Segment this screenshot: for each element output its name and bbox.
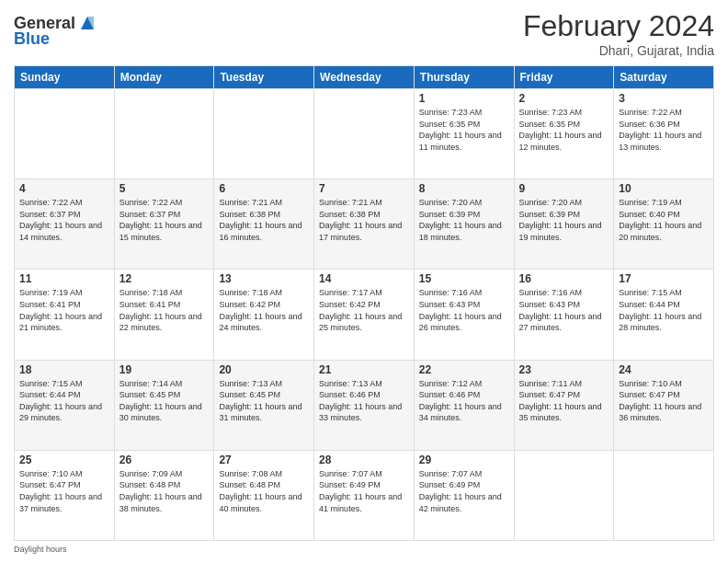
- logo-icon: [77, 13, 97, 33]
- day-info: Sunrise: 7:07 AMSunset: 6:49 PMDaylight:…: [419, 468, 509, 514]
- calendar-cell: 26Sunrise: 7:09 AMSunset: 6:48 PMDayligh…: [114, 450, 214, 540]
- day-info: Sunrise: 7:23 AMSunset: 6:35 PMDaylight:…: [519, 107, 609, 153]
- calendar-week-row: 11Sunrise: 7:19 AMSunset: 6:41 PMDayligh…: [15, 270, 714, 360]
- footer: Daylight hours: [14, 545, 714, 554]
- day-number: 22: [419, 363, 509, 376]
- calendar-cell: [614, 450, 714, 540]
- day-number: 10: [619, 182, 709, 195]
- day-number: 5: [119, 182, 210, 195]
- calendar-cell: 10Sunrise: 7:19 AMSunset: 6:40 PMDayligh…: [614, 179, 714, 270]
- day-number: 16: [519, 272, 609, 285]
- day-info: Sunrise: 7:16 AMSunset: 6:43 PMDaylight:…: [519, 287, 609, 333]
- day-number: 15: [419, 272, 509, 285]
- day-number: 1: [419, 92, 509, 105]
- calendar-cell: 12Sunrise: 7:18 AMSunset: 6:41 PMDayligh…: [114, 270, 214, 360]
- day-number: 25: [19, 454, 109, 466]
- day-number: 11: [19, 272, 109, 285]
- day-info: Sunrise: 7:19 AMSunset: 6:41 PMDaylight:…: [19, 287, 109, 333]
- col-header-friday: Friday: [514, 66, 614, 89]
- day-number: 6: [219, 182, 309, 195]
- day-number: 14: [319, 272, 409, 285]
- day-number: 18: [19, 363, 109, 376]
- calendar-cell: [514, 450, 614, 540]
- calendar-cell: 2Sunrise: 7:23 AMSunset: 6:35 PMDaylight…: [514, 89, 614, 179]
- day-info: Sunrise: 7:13 AMSunset: 6:46 PMDaylight:…: [319, 378, 409, 424]
- calendar-cell: 9Sunrise: 7:20 AMSunset: 6:39 PMDaylight…: [514, 179, 614, 270]
- day-info: Sunrise: 7:20 AMSunset: 6:39 PMDaylight:…: [419, 197, 509, 243]
- day-number: 3: [619, 92, 709, 105]
- col-header-wednesday: Wednesday: [314, 66, 415, 89]
- header: General Blue February 2024 Dhari, Gujara…: [14, 9, 714, 58]
- logo-blue-text: Blue: [14, 29, 50, 49]
- day-info: Sunrise: 7:10 AMSunset: 6:47 PMDaylight:…: [19, 468, 109, 514]
- day-info: Sunrise: 7:23 AMSunset: 6:35 PMDaylight:…: [419, 107, 509, 153]
- calendar-cell: 25Sunrise: 7:10 AMSunset: 6:47 PMDayligh…: [15, 450, 115, 540]
- day-info: Sunrise: 7:22 AMSunset: 6:37 PMDaylight:…: [19, 197, 109, 243]
- calendar-cell: [214, 89, 314, 179]
- day-info: Sunrise: 7:17 AMSunset: 6:42 PMDaylight:…: [319, 287, 409, 333]
- day-info: Sunrise: 7:20 AMSunset: 6:39 PMDaylight:…: [519, 197, 609, 243]
- calendar-cell: 11Sunrise: 7:19 AMSunset: 6:41 PMDayligh…: [15, 270, 115, 360]
- day-info: Sunrise: 7:21 AMSunset: 6:38 PMDaylight:…: [219, 197, 309, 243]
- day-info: Sunrise: 7:07 AMSunset: 6:49 PMDaylight:…: [319, 468, 409, 514]
- calendar-cell: 6Sunrise: 7:21 AMSunset: 6:38 PMDaylight…: [214, 179, 314, 270]
- day-number: 27: [219, 454, 309, 466]
- day-info: Sunrise: 7:18 AMSunset: 6:41 PMDaylight:…: [119, 287, 210, 333]
- day-info: Sunrise: 7:19 AMSunset: 6:40 PMDaylight:…: [619, 197, 709, 243]
- calendar-cell: 17Sunrise: 7:15 AMSunset: 6:44 PMDayligh…: [614, 270, 714, 360]
- calendar-week-row: 18Sunrise: 7:15 AMSunset: 6:44 PMDayligh…: [15, 360, 714, 450]
- calendar-cell: 16Sunrise: 7:16 AMSunset: 6:43 PMDayligh…: [514, 270, 614, 360]
- day-number: 13: [219, 272, 309, 285]
- day-number: 7: [319, 182, 409, 195]
- col-header-sunday: Sunday: [15, 66, 115, 89]
- col-header-thursday: Thursday: [414, 66, 514, 89]
- day-info: Sunrise: 7:18 AMSunset: 6:42 PMDaylight:…: [219, 287, 309, 333]
- calendar-header-row: SundayMondayTuesdayWednesdayThursdayFrid…: [15, 66, 714, 89]
- day-number: 21: [319, 363, 409, 376]
- calendar-week-row: 4Sunrise: 7:22 AMSunset: 6:37 PMDaylight…: [15, 179, 714, 270]
- col-header-monday: Monday: [114, 66, 214, 89]
- calendar-cell: 23Sunrise: 7:11 AMSunset: 6:47 PMDayligh…: [514, 360, 614, 450]
- col-header-saturday: Saturday: [614, 66, 714, 89]
- page: General Blue February 2024 Dhari, Gujara…: [0, 0, 728, 563]
- day-info: Sunrise: 7:14 AMSunset: 6:45 PMDaylight:…: [119, 378, 210, 424]
- daylight-label: Daylight hours: [14, 545, 67, 554]
- day-number: 9: [519, 182, 609, 195]
- calendar-cell: 1Sunrise: 7:23 AMSunset: 6:35 PMDaylight…: [414, 89, 514, 179]
- calendar-cell: [15, 89, 115, 179]
- day-info: Sunrise: 7:22 AMSunset: 6:36 PMDaylight:…: [619, 107, 709, 153]
- calendar-cell: 20Sunrise: 7:13 AMSunset: 6:45 PMDayligh…: [214, 360, 314, 450]
- calendar-week-row: 25Sunrise: 7:10 AMSunset: 6:47 PMDayligh…: [15, 450, 714, 540]
- day-number: 26: [119, 454, 210, 466]
- calendar-table: SundayMondayTuesdayWednesdayThursdayFrid…: [14, 65, 714, 541]
- calendar-cell: 29Sunrise: 7:07 AMSunset: 6:49 PMDayligh…: [414, 450, 514, 540]
- calendar-cell: 13Sunrise: 7:18 AMSunset: 6:42 PMDayligh…: [214, 270, 314, 360]
- day-number: 12: [119, 272, 210, 285]
- day-info: Sunrise: 7:22 AMSunset: 6:37 PMDaylight:…: [119, 197, 210, 243]
- day-number: 20: [219, 363, 309, 376]
- calendar-cell: [114, 89, 214, 179]
- title-area: February 2024 Dhari, Gujarat, India: [523, 9, 714, 58]
- day-number: 17: [619, 272, 709, 285]
- calendar-cell: 7Sunrise: 7:21 AMSunset: 6:38 PMDaylight…: [314, 179, 415, 270]
- day-info: Sunrise: 7:09 AMSunset: 6:48 PMDaylight:…: [119, 468, 210, 514]
- day-number: 29: [419, 454, 509, 466]
- month-year-title: February 2024: [523, 9, 714, 43]
- day-info: Sunrise: 7:13 AMSunset: 6:45 PMDaylight:…: [219, 378, 309, 424]
- day-number: 19: [119, 363, 210, 376]
- day-info: Sunrise: 7:12 AMSunset: 6:46 PMDaylight:…: [419, 378, 509, 424]
- day-info: Sunrise: 7:10 AMSunset: 6:47 PMDaylight:…: [619, 378, 709, 424]
- calendar-week-row: 1Sunrise: 7:23 AMSunset: 6:35 PMDaylight…: [15, 89, 714, 179]
- day-info: Sunrise: 7:15 AMSunset: 6:44 PMDaylight:…: [19, 378, 109, 424]
- calendar-cell: 14Sunrise: 7:17 AMSunset: 6:42 PMDayligh…: [314, 270, 415, 360]
- day-number: 2: [519, 92, 609, 105]
- day-number: 24: [619, 363, 709, 376]
- day-number: 4: [19, 182, 109, 195]
- calendar-cell: 18Sunrise: 7:15 AMSunset: 6:44 PMDayligh…: [15, 360, 115, 450]
- day-info: Sunrise: 7:16 AMSunset: 6:43 PMDaylight:…: [419, 287, 509, 333]
- calendar-cell: 4Sunrise: 7:22 AMSunset: 6:37 PMDaylight…: [15, 179, 115, 270]
- logo: General Blue: [14, 13, 97, 49]
- day-number: 28: [319, 454, 409, 466]
- calendar-cell: 22Sunrise: 7:12 AMSunset: 6:46 PMDayligh…: [414, 360, 514, 450]
- day-info: Sunrise: 7:08 AMSunset: 6:48 PMDaylight:…: [219, 468, 309, 514]
